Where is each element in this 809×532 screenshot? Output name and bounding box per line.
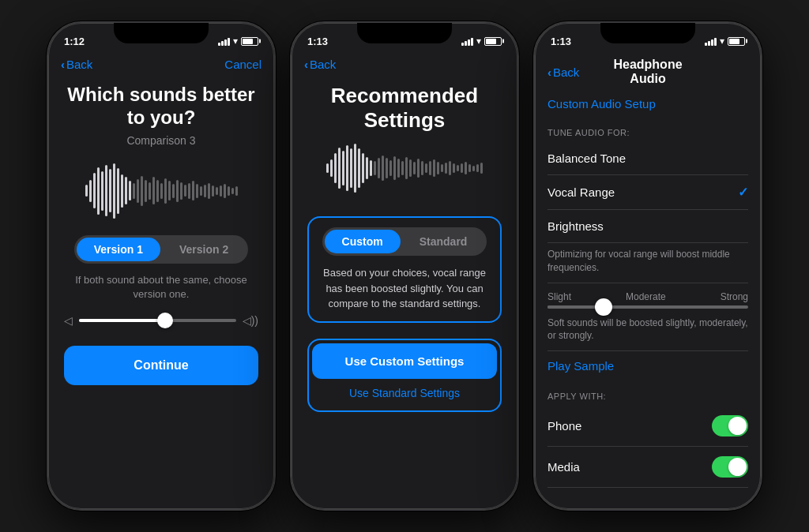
vocal-range-checkmark: ✓ — [738, 185, 748, 200]
custom-toggle-box: Custom Standard Based on your choices, v… — [307, 216, 502, 323]
slider-slight-label: Slight — [547, 291, 571, 302]
notch-2 — [357, 23, 452, 43]
media-row: Media — [547, 447, 748, 488]
back-button-3[interactable]: ‹ Back — [547, 66, 598, 79]
slider-labels: Slight Moderate Strong — [547, 283, 748, 305]
status-icons-1: ▾ — [218, 36, 258, 47]
boost-slider[interactable] — [547, 305, 748, 309]
battery-icon-2 — [484, 37, 502, 46]
volume-high-icon: ◁)) — [243, 314, 258, 327]
version2-button[interactable]: Version 2 — [162, 238, 246, 261]
use-standard-button[interactable]: Use Standard Settings — [312, 379, 497, 407]
wifi-icon-2: ▾ — [476, 36, 481, 47]
boost-desc: Soft sounds will be boosted slightly, mo… — [547, 312, 748, 352]
status-time-3: 1:13 — [551, 36, 571, 47]
settings-nav-title: Headphone Audio — [598, 58, 698, 86]
vocal-range-desc: Optimizing for vocal range will boost mi… — [547, 243, 748, 283]
hint-text: If both sound about the same, choose ver… — [64, 273, 258, 302]
status-icons-3: ▾ — [705, 36, 745, 47]
media-label-text: Media — [547, 460, 580, 474]
back-button-1[interactable]: ‹ Back — [61, 58, 92, 71]
settings-screen: Custom Audio Setup TUNE AUDIO FOR: Balan… — [535, 91, 761, 509]
nav-bar-2: ‹ Back — [292, 54, 517, 77]
cancel-button-1[interactable]: Cancel — [224, 58, 262, 71]
back-chevron-1: ‹ — [61, 58, 65, 71]
notch-1 — [114, 23, 209, 43]
nav-bar-1: ‹ Back Cancel — [48, 54, 274, 77]
rec-description: Based on your choices, vocal range has b… — [318, 265, 491, 312]
phone-row: Phone — [547, 406, 748, 447]
continue-button[interactable]: Continue — [64, 346, 258, 385]
custom-button[interactable]: Custom — [325, 230, 401, 253]
comparison-label: Comparison 3 — [64, 134, 258, 147]
notch-3 — [600, 23, 695, 43]
brightness-row[interactable]: Brightness — [547, 210, 748, 243]
slider-moderate-label: Moderate — [626, 291, 666, 302]
signal-icon-1 — [218, 37, 230, 46]
media-toggle[interactable] — [712, 456, 748, 478]
volume-low-icon: ◁ — [64, 314, 73, 327]
phone-label-text: Phone — [547, 419, 581, 433]
balanced-tone-text: Balanced Tone — [547, 152, 626, 165]
tune-audio-label: TUNE AUDIO FOR: — [547, 128, 748, 137]
wifi-icon-1: ▾ — [233, 36, 238, 47]
battery-icon-1 — [241, 37, 258, 46]
brightness-text: Brightness — [547, 219, 604, 233]
volume-row: ◁ ◁)) — [64, 314, 258, 327]
battery-icon-3 — [728, 37, 745, 46]
play-sample-link[interactable]: Play Sample — [547, 351, 748, 380]
standard-button[interactable]: Standard — [402, 230, 485, 253]
phone-1: 1:12 ▾ ‹ Back Cancel — [47, 21, 276, 511]
waveform-1 — [64, 159, 258, 223]
custom-standard-toggle: Custom Standard — [322, 227, 487, 256]
vocal-range-row[interactable]: Vocal Range ✓ — [547, 175, 748, 210]
rec-title: Recommended Settings — [307, 84, 502, 133]
version1-button[interactable]: Version 1 — [77, 238, 160, 261]
status-icons-2: ▾ — [461, 36, 502, 47]
apply-with-label: APPLY WITH: — [547, 392, 748, 401]
signal-icon-2 — [461, 37, 473, 46]
phone-toggle[interactable] — [712, 415, 748, 436]
version-toggle: Version 1 Version 2 — [74, 235, 249, 264]
volume-slider[interactable] — [79, 319, 236, 322]
screen-2: Recommended Settings — [292, 77, 517, 509]
waveform-2 — [307, 140, 502, 196]
action-box: Use Custom Settings Use Standard Setting… — [307, 339, 502, 412]
vocal-range-text: Vocal Range — [547, 185, 615, 199]
wifi-icon-3: ▾ — [720, 36, 724, 47]
phone-3: 1:13 ▾ ‹ Back Headphone Audio — [533, 21, 762, 511]
main-title-1: Which sounds better to you? — [64, 84, 258, 129]
status-time-2: 1:13 — [307, 36, 328, 47]
back-chevron-3: ‹ — [547, 66, 551, 79]
custom-audio-setup-link[interactable]: Custom Audio Setup — [547, 91, 748, 117]
screen-1: Which sounds better to you? Comparison 3 — [48, 77, 274, 509]
use-custom-button[interactable]: Use Custom Settings — [312, 343, 497, 379]
slider-strong-label: Strong — [721, 291, 748, 302]
signal-icon-3 — [705, 37, 717, 46]
settings-nav: ‹ Back Headphone Audio — [535, 54, 761, 91]
back-chevron-2: ‹ — [304, 58, 308, 71]
balanced-tone-row[interactable]: Balanced Tone — [547, 142, 748, 175]
status-time-1: 1:12 — [64, 36, 85, 47]
back-button-2[interactable]: ‹ Back — [304, 58, 336, 71]
phone-2: 1:13 ▾ ‹ Back Recommended Setti — [290, 21, 519, 511]
